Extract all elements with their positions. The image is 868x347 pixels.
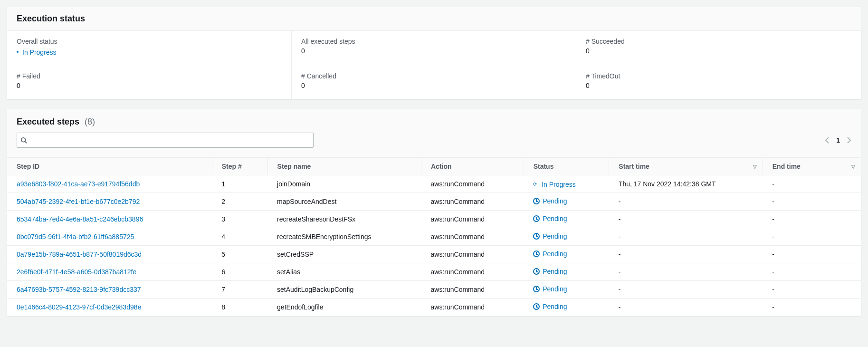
pagination: 1 — [825, 136, 851, 144]
col-end-time[interactable]: End time▽ — [763, 158, 861, 175]
status-text: Pending — [543, 268, 567, 275]
end-time-cell: - — [763, 298, 861, 316]
col-step-id[interactable]: Step ID — [7, 158, 212, 175]
table-row: 504ab745-2392-4fe1-bf1e-b677c0e2b7922map… — [7, 193, 861, 210]
search-input[interactable] — [17, 133, 314, 148]
timedout-value: 0 — [586, 82, 851, 89]
all-executed-steps-value: 0 — [301, 47, 566, 55]
step-name-cell: recreateSMBEncryptionSettings — [267, 228, 421, 245]
pending-icon — [533, 215, 540, 222]
spinner-icon — [17, 51, 19, 53]
search-box — [17, 133, 314, 148]
succeeded-label: # Succeeded — [586, 38, 851, 45]
action-cell: aws:runCommand — [421, 210, 524, 228]
execution-status-panel: Execution status Overall status In Progr… — [7, 7, 861, 99]
status-text: In Progress — [542, 181, 576, 188]
step-num-cell: 4 — [212, 228, 267, 245]
table-row: 2e6f6e0f-471f-4e58-a605-0d387ba812fe6set… — [7, 263, 861, 280]
steps-table: Step ID Step # Step name Action Status S… — [7, 157, 861, 316]
page-number: 1 — [836, 136, 840, 144]
end-time-cell: - — [763, 210, 861, 228]
status-text: Pending — [543, 285, 567, 293]
next-page-icon[interactable] — [847, 136, 851, 144]
failed-label: # Failed — [17, 72, 282, 80]
step-id-link[interactable]: 653474ba-7ed4-4e6a-8a51-c246ebcb3896 — [17, 215, 143, 223]
table-row: 0bc079d5-96f1-4f4a-bfb2-61ff6a8857254rec… — [7, 228, 861, 245]
end-time-cell: - — [763, 175, 861, 193]
action-cell: aws:runCommand — [421, 245, 524, 263]
start-time-cell: - — [609, 280, 763, 298]
status-cell: Pending — [524, 245, 609, 263]
execution-status-title: Execution status — [17, 14, 851, 24]
step-name-cell: setCredSSP — [267, 245, 421, 263]
step-num-cell: 5 — [212, 245, 267, 263]
step-num-cell: 3 — [212, 210, 267, 228]
step-num-cell: 6 — [212, 263, 267, 280]
col-step-name[interactable]: Step name — [267, 158, 421, 175]
table-row: a93e6803-f802-41ca-ae73-e91794f56ddb1joi… — [7, 175, 861, 193]
action-cell: aws:runCommand — [421, 280, 524, 298]
table-row: 0e1466c4-8029-4123-97cf-0d3e2983d98e8get… — [7, 298, 861, 316]
cancelled-value: 0 — [301, 82, 566, 89]
step-id-link[interactable]: 0e1466c4-8029-4123-97cf-0d3e2983d98e — [17, 303, 141, 311]
in-progress-icon: ⟳ — [533, 182, 537, 187]
status-text: Pending — [543, 197, 567, 205]
end-time-cell: - — [763, 193, 861, 210]
step-id-link[interactable]: 0bc079d5-96f1-4f4a-bfb2-61ff6a885725 — [17, 233, 134, 241]
overall-status-value: In Progress — [17, 48, 57, 56]
col-start-time[interactable]: Start time▽ — [609, 158, 763, 175]
failed-value: 0 — [17, 82, 282, 89]
start-time-cell: - — [609, 193, 763, 210]
step-name-cell: mapSourceAndDest — [267, 193, 421, 210]
status-text: Pending — [543, 215, 567, 222]
executed-steps-panel: Executed steps (8) 1 Step ID Step # Step… — [7, 109, 861, 316]
pending-icon — [533, 198, 540, 204]
col-status[interactable]: Status — [524, 158, 609, 175]
table-row: 653474ba-7ed4-4e6a-8a51-c246ebcb38963rec… — [7, 210, 861, 228]
step-name-cell: setAuditLogBackupConfig — [267, 280, 421, 298]
table-row: 6a47693b-5757-4592-8213-9fc739dcc3377set… — [7, 280, 861, 298]
step-name-cell: recreateSharesonDestFSx — [267, 210, 421, 228]
step-num-cell: 7 — [212, 280, 267, 298]
prev-page-icon[interactable] — [825, 136, 830, 144]
step-name-cell: setAlias — [267, 263, 421, 280]
executed-steps-title: Executed steps (8) — [17, 117, 851, 127]
col-action[interactable]: Action — [421, 158, 524, 175]
pending-icon — [533, 268, 540, 275]
status-cell: Pending — [524, 210, 609, 228]
status-cell: Pending — [524, 298, 609, 316]
start-time-cell: - — [609, 245, 763, 263]
step-name-cell: joinDomain — [267, 175, 421, 193]
pending-icon — [533, 233, 540, 240]
col-step-num[interactable]: Step # — [212, 158, 267, 175]
status-cell: Pending — [524, 193, 609, 210]
status-cell: Pending — [524, 280, 609, 298]
action-cell: aws:runCommand — [421, 228, 524, 245]
step-num-cell: 1 — [212, 175, 267, 193]
timedout-label: # TimedOut — [586, 72, 851, 80]
table-row: 0a79e15b-789a-4651-b877-50f8019d6c3d5set… — [7, 245, 861, 263]
start-time-cell: - — [609, 210, 763, 228]
pending-icon — [533, 303, 540, 310]
svg-line-1 — [25, 142, 27, 144]
status-cell: ⟳In Progress — [524, 175, 609, 193]
search-icon — [20, 137, 27, 144]
executed-steps-count: (8) — [85, 117, 95, 126]
status-cell: Pending — [524, 263, 609, 280]
end-time-cell: - — [763, 245, 861, 263]
sort-icon: ▽ — [753, 164, 757, 169]
step-name-cell: getEndofLogfile — [267, 298, 421, 316]
start-time-cell: - — [609, 228, 763, 245]
step-id-link[interactable]: 2e6f6e0f-471f-4e58-a605-0d387ba812fe — [17, 268, 136, 276]
step-id-link[interactable]: 504ab745-2392-4fe1-bf1e-b677c0e2b792 — [17, 198, 140, 205]
step-id-link[interactable]: a93e6803-f802-41ca-ae73-e91794f56ddb — [17, 180, 140, 188]
start-time-cell: - — [609, 263, 763, 280]
step-id-link[interactable]: 6a47693b-5757-4592-8213-9fc739dcc337 — [17, 286, 141, 293]
step-id-link[interactable]: 0a79e15b-789a-4651-b877-50f8019d6c3d — [17, 251, 142, 258]
succeeded-value: 0 — [586, 47, 851, 55]
action-cell: aws:runCommand — [421, 263, 524, 280]
svg-point-0 — [21, 138, 26, 142]
status-text: Pending — [543, 250, 567, 258]
sort-icon: ▽ — [851, 164, 855, 169]
status-text: Pending — [543, 303, 567, 310]
